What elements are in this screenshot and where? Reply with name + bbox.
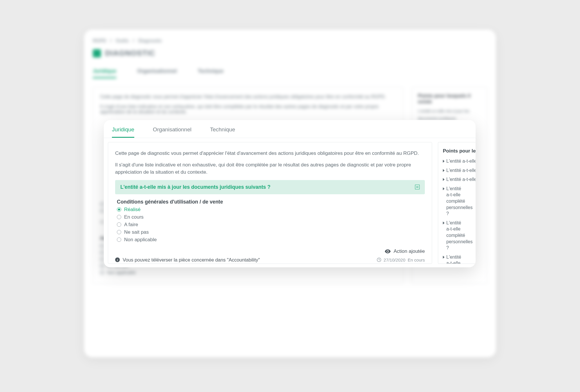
option-a-faire[interactable]: A faire (117, 222, 423, 228)
bg-tab-juridique: Juridique (93, 68, 116, 78)
question-text: L'entité a-t-elle mis à jour les documen… (120, 184, 271, 190)
option-label: Non applicable (124, 237, 157, 243)
caret-right-icon (443, 222, 445, 224)
option-ne-sait-pas[interactable]: Ne sait pas (117, 229, 423, 235)
side-list-item[interactable]: L'entité a‑t‑elle mis (443, 176, 476, 183)
bg-tab-technique: Technique (198, 68, 224, 78)
main-panel: Cette page de diagnostic vous permet d'a… (108, 142, 432, 264)
caret-right-icon (443, 256, 445, 259)
page-title: DIAGNOSTIC (105, 49, 155, 58)
clock-icon (377, 257, 381, 262)
collapse-icon[interactable] (415, 185, 420, 189)
breadcrumb: RGPD / Outils / Diagnostic (93, 38, 487, 43)
radio-icon (117, 237, 121, 242)
tab-organisationnel[interactable]: Organisationnel (153, 126, 191, 138)
bg-intro-1: Cette page de diagnostic vous permet d'a… (100, 94, 396, 99)
bg-tab-organisationnel: Organisationnel (137, 68, 177, 78)
options-group: Conditions générales d'utilisation / de … (115, 194, 425, 243)
status-value: En cours (408, 257, 425, 262)
option-label: Ne sait pas (124, 229, 149, 235)
side-title: Points pour lesquels (443, 148, 476, 154)
breadcrumb-item: Diagnostic (138, 38, 162, 43)
side-list-item[interactable]: L'entité a‑t‑elle désigné leurs conformi… (443, 254, 476, 264)
breadcrumb-item: Outils (116, 38, 129, 43)
bg-intro-2: Il s'agit d'une liste indicative et non … (100, 104, 396, 115)
tab-juridique[interactable]: Juridique (112, 126, 134, 138)
action-added-label: Action ajoutée (394, 248, 425, 254)
options-title: Conditions générales d'utilisation / de … (117, 199, 423, 205)
note-text: Vous pouvez téléverser la pièce concerné… (123, 257, 260, 263)
date-status: 27/10/2020 En cours (377, 257, 425, 262)
radio-icon (117, 230, 121, 234)
page-title-row: DIAGNOSTIC (93, 49, 487, 58)
caret-right-icon (443, 160, 445, 163)
date-value: 27/10/2020 (384, 257, 405, 262)
side-list-item[interactable]: L'entité a‑t‑elle complété personnelles … (443, 186, 476, 217)
bg-tabs: Juridique Organisationnel Technique (93, 68, 487, 78)
question-banner[interactable]: L'entité a-t-elle mis à jour les documen… (115, 180, 425, 194)
action-added-row: Action ajoutée (115, 248, 425, 254)
option-en-cours[interactable]: En cours (117, 214, 423, 220)
intro-paragraph-2: Il s'agit d'une liste indicative et non … (115, 161, 425, 176)
diagnostic-modal: Juridique Organisationnel Technique Cett… (104, 120, 476, 267)
upload-note: i Vous pouvez téléverser la pièce concer… (115, 257, 260, 263)
breadcrumb-item: RGPD (93, 38, 106, 43)
caret-right-icon (443, 178, 445, 181)
info-icon: i (115, 257, 120, 262)
radio-icon (117, 222, 121, 227)
diagnostic-icon (93, 49, 101, 57)
caret-right-icon (443, 169, 445, 172)
side-list-item[interactable]: L'entité a‑t‑elle complété personnelles … (443, 220, 476, 251)
option-label: En cours (124, 214, 144, 220)
caret-right-icon (443, 187, 445, 190)
side-list-item[interactable]: L'entité a‑t‑elle mis (443, 158, 476, 164)
radio-icon (117, 207, 121, 212)
tab-technique[interactable]: Technique (210, 126, 235, 138)
option-non-applicable[interactable]: Non applicable (117, 237, 423, 243)
side-panel: Points pour lesquels L'entité a‑t‑elle m… (438, 142, 476, 264)
option-label: A faire (124, 222, 138, 228)
side-list-item[interactable]: L'entité a‑t‑elle mis (443, 167, 476, 174)
intro-paragraph-1: Cette page de diagnostic vous permet d'a… (115, 150, 425, 157)
option-label: Réalisé (124, 207, 141, 213)
tabs: Juridique Organisationnel Technique (104, 120, 476, 138)
radio-icon (117, 215, 121, 219)
eye-icon (385, 249, 391, 253)
option-realise[interactable]: Réalisé (117, 207, 423, 213)
